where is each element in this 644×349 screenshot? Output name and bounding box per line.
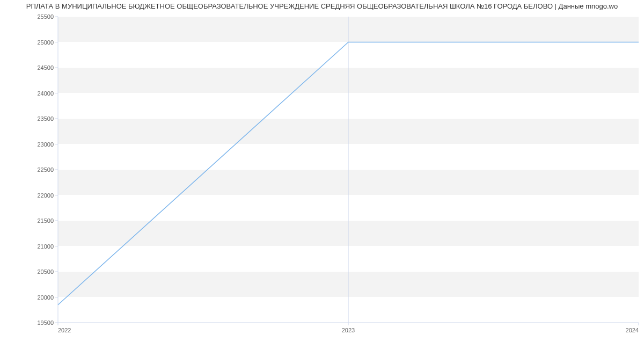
y-tick-label: 21500 xyxy=(37,217,54,224)
y-tick-label: 25500 xyxy=(37,13,54,20)
y-tick-label: 20000 xyxy=(37,294,54,301)
y-tick-label: 24000 xyxy=(37,90,54,97)
y-tick-label: 20500 xyxy=(37,268,54,275)
y-tick-label: 19500 xyxy=(37,319,54,326)
y-tick-label: 23000 xyxy=(37,141,54,148)
y-tick-label: 22000 xyxy=(37,192,54,199)
chart-title: РПЛАТА В МУНИЦИПАЛЬНОЕ БЮДЖЕТНОЕ ОБЩЕОБР… xyxy=(0,0,644,11)
x-tick-label: 2022 xyxy=(58,327,71,333)
y-tick-label: 23500 xyxy=(37,115,54,122)
chart-area: 1950020000205002100021500220002250023000… xyxy=(0,11,644,349)
y-tick-label: 24500 xyxy=(37,64,54,71)
y-tick-label: 25000 xyxy=(37,39,54,46)
y-tick-label: 22500 xyxy=(37,166,54,173)
x-tick-label: 2023 xyxy=(342,327,355,333)
x-tick-label: 2024 xyxy=(626,327,639,333)
y-tick-label: 21000 xyxy=(37,243,54,250)
